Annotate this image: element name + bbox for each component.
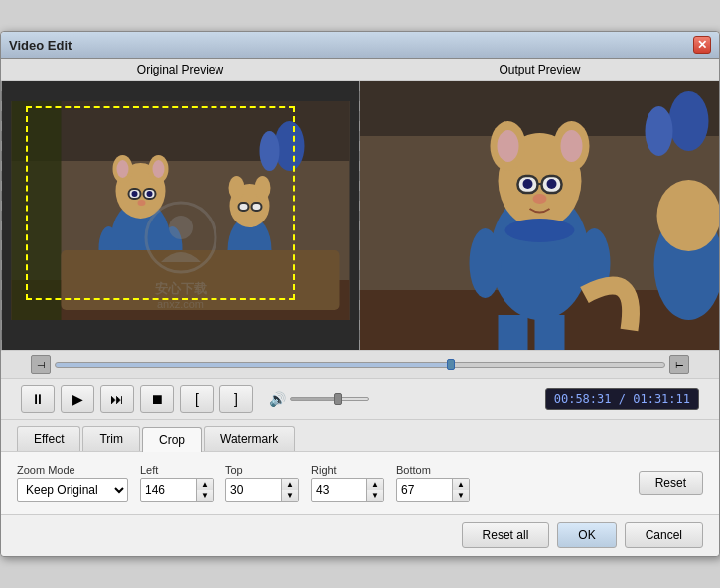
stop-button[interactable]: ⏹ — [140, 385, 174, 413]
seek-end-icon[interactable]: ⊢ — [669, 355, 689, 374]
left-input[interactable] — [141, 481, 196, 499]
bottom-spin-up[interactable]: ▲ — [453, 479, 469, 490]
left-label: Left — [140, 464, 214, 476]
right-spin-up[interactable]: ▲ — [367, 479, 383, 490]
bottom-label: Bottom — [396, 464, 470, 476]
zoom-mode-label: Zoom Mode — [17, 464, 128, 476]
svg-point-51 — [470, 228, 502, 298]
output-preview-content — [360, 81, 719, 350]
crop-fields-row: Zoom Mode Keep Original Letter Box Pan &… — [17, 464, 703, 502]
cancel-button[interactable]: Cancel — [625, 522, 703, 548]
seek-area: ⊣ ⊢ — [1, 351, 719, 379]
zoom-mode-group: Zoom Mode Keep Original Letter Box Pan &… — [17, 464, 128, 502]
bottom-field-group: Bottom ▲ ▼ — [396, 464, 470, 502]
play-button[interactable]: ▶ — [61, 385, 94, 413]
zoom-mode-select[interactable]: Keep Original Letter Box Pan & Scan Full — [18, 479, 127, 501]
svg-point-11 — [153, 160, 165, 178]
top-input-wrap: ▲ ▼ — [225, 478, 299, 502]
preview-area: Original Preview — [1, 59, 719, 351]
tab-watermark[interactable]: Watermark — [204, 426, 295, 451]
title-bar: Video Edit ✕ — [1, 32, 719, 59]
tab-crop[interactable]: Crop — [142, 427, 202, 452]
output-preview-label: Output Preview — [360, 59, 719, 81]
original-preview-label: Original Preview — [1, 59, 360, 81]
top-spin-up[interactable]: ▲ — [282, 479, 298, 490]
svg-point-10 — [117, 160, 129, 178]
svg-rect-27 — [12, 101, 62, 320]
svg-point-46 — [547, 179, 557, 189]
top-input[interactable] — [226, 481, 281, 499]
svg-rect-49 — [499, 315, 528, 350]
top-spinners: ▲ ▼ — [281, 479, 298, 501]
seek-thumb[interactable] — [447, 359, 455, 370]
crop-settings-panel: Zoom Mode Keep Original Letter Box Pan &… — [1, 452, 719, 514]
svg-point-4 — [260, 131, 280, 171]
svg-point-53 — [505, 219, 575, 242]
svg-point-55 — [657, 180, 720, 251]
svg-rect-50 — [535, 315, 565, 350]
top-label: Top — [225, 464, 299, 476]
crop-reset-button[interactable]: Reset — [639, 471, 703, 495]
volume-area: 🔊 — [269, 391, 369, 407]
original-preview-panel: Original Preview — [1, 59, 360, 350]
seek-start-icon[interactable]: ⊣ — [31, 355, 51, 374]
svg-point-23 — [229, 176, 245, 200]
right-field-group: Right ▲ ▼ — [311, 464, 384, 502]
seek-slider[interactable] — [55, 362, 665, 368]
next-frame-icon: ⏭ — [110, 391, 124, 407]
volume-icon: 🔊 — [269, 391, 286, 407]
svg-point-41 — [498, 130, 519, 162]
svg-point-42 — [561, 130, 583, 162]
right-spinners: ▲ ▼ — [366, 479, 383, 501]
ok-button[interactable]: OK — [557, 522, 616, 548]
left-spin-up[interactable]: ▲ — [197, 479, 213, 490]
bottom-input-wrap: ▲ ▼ — [396, 478, 470, 502]
right-input-wrap: ▲ ▼ — [311, 478, 384, 502]
pause-button[interactable]: ⏸ — [21, 385, 55, 413]
svg-rect-26 — [252, 203, 262, 211]
close-button[interactable]: ✕ — [693, 36, 711, 54]
tabs-area: Effect Trim Crop Watermark — [1, 420, 719, 452]
stop-icon: ⏹ — [150, 391, 164, 407]
left-spinners: ▲ ▼ — [196, 479, 213, 501]
svg-point-45 — [523, 179, 533, 189]
svg-rect-25 — [239, 203, 249, 211]
svg-point-24 — [255, 176, 271, 200]
right-spin-down[interactable]: ▼ — [367, 490, 383, 501]
mark-out-icon: ] — [234, 391, 238, 407]
tab-trim[interactable]: Trim — [82, 426, 140, 451]
play-icon: ▶ — [72, 391, 83, 407]
left-field-group: Left ▲ ▼ — [140, 464, 214, 502]
left-input-wrap: ▲ ▼ — [140, 478, 214, 502]
volume-thumb[interactable] — [334, 393, 342, 405]
svg-point-35 — [646, 106, 673, 156]
mark-out-button[interactable]: ] — [219, 385, 253, 413]
dialog-title: Video Edit — [9, 38, 72, 53]
bottom-spin-down[interactable]: ▼ — [453, 490, 469, 501]
time-display: 00:58:31 / 01:31:11 — [545, 388, 699, 410]
bottom-spinners: ▲ ▼ — [452, 479, 469, 501]
right-input[interactable] — [312, 481, 366, 499]
svg-point-34 — [669, 91, 709, 151]
svg-point-15 — [147, 191, 153, 197]
time-separator: / — [612, 392, 634, 406]
top-spin-down[interactable]: ▼ — [282, 490, 298, 501]
controls-area: ⏸ ▶ ⏭ ⏹ [ ] 🔊 00:58:31 / 01:31:11 — [1, 379, 719, 420]
mark-in-button[interactable]: [ — [180, 385, 214, 413]
current-time: 00:58:31 — [554, 392, 612, 406]
svg-point-30 — [169, 216, 193, 239]
output-preview-panel: Output Preview — [360, 59, 719, 350]
bottom-input[interactable] — [397, 481, 452, 499]
output-scene-svg — [360, 81, 719, 350]
pause-icon: ⏸ — [31, 391, 45, 407]
reset-all-button[interactable]: Reset all — [462, 522, 550, 548]
next-frame-button[interactable]: ⏭ — [100, 385, 134, 413]
svg-point-48 — [533, 194, 547, 204]
right-label: Right — [311, 464, 384, 476]
svg-point-14 — [132, 191, 138, 197]
dialog-footer: Reset all OK Cancel — [1, 514, 719, 556]
left-spin-down[interactable]: ▼ — [197, 490, 213, 501]
volume-slider[interactable] — [290, 397, 369, 401]
total-time: 01:31:11 — [633, 392, 690, 406]
tab-effect[interactable]: Effect — [17, 426, 80, 451]
